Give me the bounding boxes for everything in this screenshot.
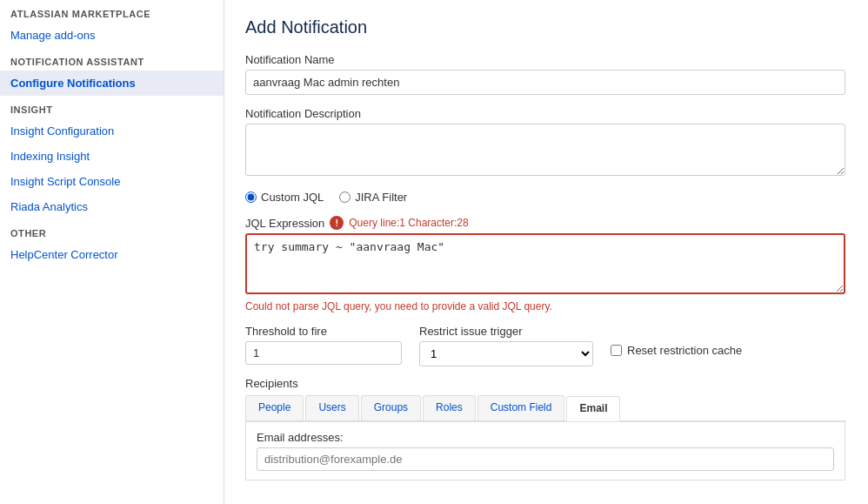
notification-name-label: Notification Name [245, 53, 847, 66]
jira-filter-option[interactable]: JIRA Filter [339, 191, 407, 204]
sidebar-section-other: OTHER HelpCenter Corrector [0, 219, 224, 267]
notification-description-section: Notification Description [245, 107, 847, 178]
query-type-radio-group: Custom JQL JIRA Filter [245, 191, 847, 204]
insight-header: INSIGHT [0, 96, 224, 118]
sidebar-item-riada-analytics[interactable]: Riada Analytics [0, 194, 224, 219]
restrict-select[interactable]: 1 [419, 341, 593, 366]
tabs-row: People Users Groups Roles Custom Field E… [245, 395, 845, 422]
restrict-field: Restrict issue trigger 1 [419, 325, 593, 366]
email-addresses-input[interactable] [257, 447, 834, 471]
sidebar-item-insight-configuration[interactable]: Insight Configuration [0, 118, 224, 144]
custom-jql-option[interactable]: Custom JQL [245, 191, 324, 204]
other-header: OTHER [0, 219, 224, 242]
sidebar-item-helpcenter-corrector[interactable]: HelpCenter Corrector [0, 242, 224, 267]
sidebar-item-indexing-insight[interactable]: Indexing Insight [0, 144, 224, 169]
sidebar-section-notification: NOTIFICATION ASSISTANT Configure Notific… [0, 48, 224, 96]
notification-description-textarea[interactable] [245, 124, 845, 176]
jql-error-location: Query line:1 Character:28 [349, 217, 468, 229]
main-content: Add Notification Notification Name Notif… [224, 0, 868, 504]
sidebar-item-insight-script-console[interactable]: Insight Script Console [0, 169, 224, 194]
email-area: Email addresses: [245, 422, 845, 480]
recipients-label: Recipients [245, 377, 847, 390]
page-title: Add Notification [245, 17, 847, 37]
threshold-row: Threshold to fire Restrict issue trigger… [245, 325, 847, 366]
email-addresses-label: Email addresses: [257, 431, 834, 444]
jql-section: JQL Expression ! Query line:1 Character:… [245, 216, 847, 312]
notification-description-label: Notification Description [245, 107, 847, 120]
reset-cache-row: Reset restriction cache [611, 344, 742, 357]
sidebar-item-manage-addons[interactable]: Manage add-ons [0, 23, 224, 48]
tab-groups[interactable]: Groups [361, 395, 421, 420]
sidebar-item-configure-notifications[interactable]: Configure Notifications [0, 71, 224, 96]
tab-custom-field[interactable]: Custom Field [477, 395, 565, 420]
sidebar-section-insight: INSIGHT Insight Configuration Indexing I… [0, 96, 224, 219]
jql-textarea[interactable] [245, 233, 845, 294]
notification-name-input[interactable] [245, 70, 845, 95]
jql-error-icon: ! [330, 216, 344, 230]
jql-label-row: JQL Expression ! Query line:1 Character:… [245, 216, 847, 230]
sidebar: ATLASSIAN MARKETPLACE Manage add-ons NOT… [0, 0, 224, 504]
custom-jql-radio[interactable] [245, 192, 257, 203]
tab-people[interactable]: People [245, 395, 304, 420]
tab-users[interactable]: Users [305, 395, 358, 420]
tab-email[interactable]: Email [566, 396, 620, 421]
jql-parse-error: Could not parse JQL query, you need to p… [245, 300, 845, 312]
restrict-label: Restrict issue trigger [419, 325, 593, 338]
notification-name-section: Notification Name [245, 53, 847, 95]
reset-cache-checkbox[interactable] [611, 345, 622, 356]
tab-roles[interactable]: Roles [423, 395, 476, 420]
threshold-label: Threshold to fire [245, 325, 402, 338]
marketplace-header: ATLASSIAN MARKETPLACE [0, 0, 224, 23]
reset-cache-label: Reset restriction cache [627, 344, 742, 357]
notification-assistant-header: NOTIFICATION ASSISTANT [0, 48, 224, 71]
custom-jql-label: Custom JQL [261, 191, 324, 204]
threshold-input[interactable] [245, 341, 402, 365]
recipients-section: Recipients People Users Groups Roles Cus… [245, 377, 847, 480]
sidebar-section-marketplace: ATLASSIAN MARKETPLACE Manage add-ons [0, 0, 224, 48]
jira-filter-label: JIRA Filter [355, 191, 407, 204]
threshold-field: Threshold to fire [245, 325, 402, 365]
jira-filter-radio[interactable] [339, 192, 351, 203]
jql-label: JQL Expression [245, 217, 324, 230]
